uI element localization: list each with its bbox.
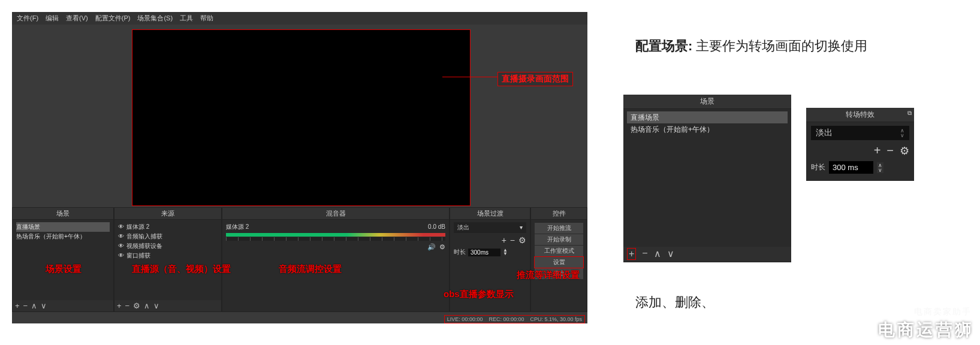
speaker-icon[interactable]: 🔊 [427,242,436,252]
status-bar: LIVE: 00:00:00 REC: 00:00:00 CPU: 5.1%, … [444,315,585,323]
preview-area [12,25,587,207]
right-scenes-panel: 场景 直播场景 热场音乐（开始前+午休） + − ∧ ∨ [623,95,791,262]
eye-icon[interactable]: 👁 [118,251,124,261]
source-label: 音频输入捕获 [126,232,162,241]
audio-meter [226,233,445,237]
transition-selected-label: 淡出 [457,223,469,232]
menu-scenes[interactable]: 场景集合(S) [137,14,173,23]
transition-duration-label: 时长 [454,247,466,257]
eye-icon[interactable]: 👁 [118,232,124,241]
source-label: 视频捕获设备 [126,241,162,251]
scenes-list[interactable]: 直播场景 热场音乐（开始前+午休） [13,220,113,300]
remove-scene-button[interactable]: − [23,301,28,310]
move-scene-up[interactable]: ∧ [654,248,661,260]
move-scene-up[interactable]: ∧ [31,301,37,310]
right-transitions-title-label: 转场特效 [846,110,875,120]
right-transitions-panel: 转场特效 ⧉ 淡出 ∧∨ + − 时长 ∧∨ [806,108,914,181]
right-heading: 配置场景: 主要作为转场画面的切换使用 [635,37,867,55]
source-item[interactable]: 👁窗口捕获 [118,251,218,261]
add-scene-button[interactable]: + [627,248,636,260]
source-label: 窗口捕获 [126,251,150,261]
move-scene-down[interactable]: ∨ [41,301,47,310]
move-source-down[interactable]: ∨ [153,301,159,310]
add-transition-button[interactable]: + [502,235,506,245]
transition-settings-button[interactable] [518,235,526,245]
add-scene-button[interactable]: + [15,301,20,310]
annotation-line [442,77,497,77]
transition-select[interactable]: 淡出 ∧∨ [811,126,909,140]
status-rec: REC: 00:00:00 [489,316,524,322]
scene-item[interactable]: 直播场景 [16,222,110,232]
select-stepper[interactable]: ∧∨ [900,128,904,138]
transition-select[interactable]: 淡出 [454,222,526,233]
sources-toolbar: + − ∧ ∨ [114,300,221,311]
transitions-panel-title: 场景过渡 [450,208,530,220]
sources-panel: 来源 👁媒体源 2 👁音频输入捕获 👁视频捕获设备 👁窗口捕获 + − ∧ ∨ [114,207,222,312]
source-item[interactable]: 👁媒体源 2 [118,222,218,232]
studio-mode-button[interactable]: 工作室模式 [535,246,583,256]
obs-app-window: 文件(F) 编辑 查看(V) 配置文件(P) 场景集合(S) 工具 帮助 场景 … [12,12,587,323]
mixer-panel: 混音器 媒体源 2 0.0 dB 🔊 [222,207,450,312]
mixer-settings-button[interactable] [439,242,445,252]
status-live: LIVE: 00:00:00 [447,316,483,322]
audio-slider[interactable] [226,237,445,241]
duration-stepper[interactable]: ▲▼ [503,249,508,256]
duration-stepper[interactable]: ∧∨ [877,162,883,173]
menu-help[interactable]: 帮助 [200,14,213,23]
move-source-up[interactable]: ∧ [144,301,150,310]
transition-selected-label: 淡出 [816,128,833,138]
controls-panel: 控件 开始推流 开始录制 工作室模式 设置 退出 [530,207,587,312]
chevron-down-icon [520,223,523,232]
transition-duration-input[interactable] [829,161,873,174]
annotation-controls: 推流等详细设置 [517,270,580,281]
scene-item[interactable]: 热场音乐（开始前+午休） [627,123,788,135]
mixer-level-readout: 0.0 dB [428,222,445,232]
right-footnote: 添加、删除、 [635,293,714,311]
source-label: 媒体源 2 [126,222,149,232]
remove-scene-button[interactable]: − [642,248,647,260]
eye-icon[interactable]: 👁 [118,241,124,251]
right-transitions-title: 转场特效 ⧉ [806,108,914,122]
remove-source-button[interactable]: − [125,301,130,310]
source-item[interactable]: 👁音频输入捕获 [118,232,218,241]
start-recording-button[interactable]: 开始录制 [535,234,583,245]
right-scenes-toolbar: + − ∧ ∨ [623,247,791,261]
remove-transition-button[interactable]: − [886,144,894,158]
eye-icon[interactable]: 👁 [118,222,124,232]
preview-canvas[interactable] [132,29,471,206]
add-source-button[interactable]: + [117,301,122,310]
controls-panel-title: 控件 [531,208,587,220]
source-settings-button[interactable] [133,301,140,310]
right-scenes-list[interactable]: 直播场景 热场音乐（开始前+午休） [623,109,791,247]
right-scenes-title: 场景 [623,95,791,109]
scenes-panel: 场景 直播场景 热场音乐（开始前+午休） + − ∧ ∨ [12,207,114,312]
transition-settings-button[interactable] [900,144,909,158]
move-scene-down[interactable]: ∨ [667,248,674,260]
menu-profile[interactable]: 配置文件(P) [95,14,131,23]
scenes-toolbar: + − ∧ ∨ [13,300,113,311]
watermark-sub: 电商卖家助手 [914,307,972,317]
right-heading-rest: 主要作为转场画面的切换使用 [692,38,867,53]
transition-duration-input[interactable] [468,249,500,256]
menu-bar: 文件(F) 编辑 查看(V) 配置文件(P) 场景集合(S) 工具 帮助 [12,12,587,25]
annotation-sources: 直播源（音、视频）设置 [132,264,231,275]
source-item[interactable]: 👁视频捕获设备 [118,241,218,251]
transition-duration-label: 时长 [811,162,825,172]
add-transition-button[interactable]: + [874,144,881,158]
menu-file[interactable]: 文件(F) [17,14,38,23]
menu-edit[interactable]: 编辑 [46,14,59,23]
mixer-track-label: 媒体源 2 [226,222,249,232]
mixer-panel-title: 混音器 [222,208,449,220]
annotation-scenes: 场景设置 [46,264,82,275]
menu-view[interactable]: 查看(V) [66,14,88,23]
scene-item[interactable]: 热场音乐（开始前+午休） [16,232,110,241]
sources-list[interactable]: 👁媒体源 2 👁音频输入捕获 👁视频捕获设备 👁窗口捕获 [114,220,221,300]
menu-tools[interactable]: 工具 [180,14,193,23]
remove-transition-button[interactable]: − [510,235,515,245]
annotation-preview-range: 直播摄录画面范围 [497,72,573,86]
controls-body: 开始推流 开始录制 工作室模式 设置 退出 [531,220,587,311]
popout-icon[interactable]: ⧉ [907,110,912,117]
settings-button[interactable]: 设置 [535,257,583,268]
start-streaming-button[interactable]: 开始推流 [535,223,583,234]
scene-item[interactable]: 直播场景 [627,111,788,123]
